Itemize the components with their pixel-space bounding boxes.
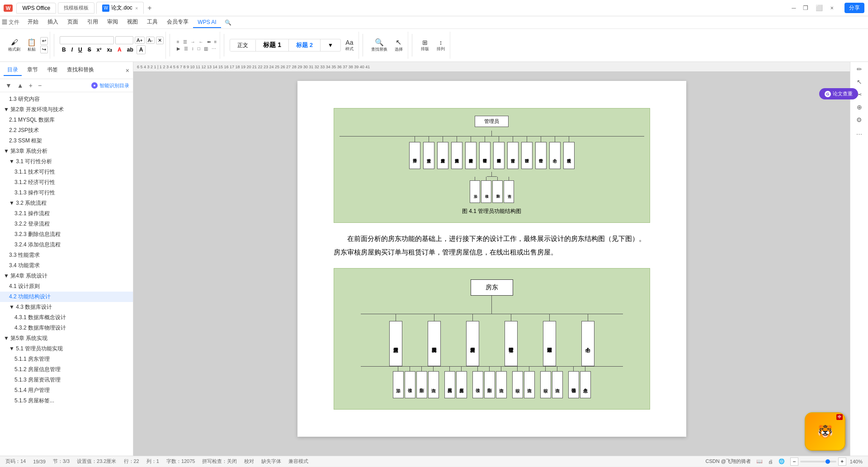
para-more-btn[interactable]: ⋯ bbox=[210, 46, 217, 52]
unordered-list-btn[interactable]: ≡ bbox=[175, 39, 181, 45]
toc-item-5_1_3[interactable]: 5.1.3 房屋资讯管理 bbox=[0, 375, 133, 385]
toc-item-5_1_1[interactable]: 5.1.1 房东管理 bbox=[0, 354, 133, 364]
document-area[interactable]: 6 5 4 3 2 1 | 1 2 3 4 5 6 7 8 9 10 11 12… bbox=[133, 62, 850, 456]
undo-btn[interactable]: ↩ bbox=[40, 37, 48, 45]
ribbon-tab-review[interactable]: 审阅 bbox=[103, 16, 123, 28]
zoom-in-btn[interactable]: + bbox=[838, 458, 846, 466]
toc-item-ch3[interactable]: ▼ 第3章 系统分析 bbox=[0, 146, 133, 156]
align-right-btn[interactable]: ▶ bbox=[175, 46, 182, 52]
font-size-up-btn[interactable]: A+ bbox=[135, 37, 145, 44]
toc-item-ch4[interactable]: ▼ 第4章 系统设计 bbox=[0, 271, 133, 281]
toc-item-3_2_1[interactable]: 3.2.1 操作流程 bbox=[0, 208, 133, 219]
ribbon-tab-vip[interactable]: 会员专享 bbox=[162, 16, 193, 28]
clear-format-btn[interactable]: ✕ bbox=[156, 37, 164, 44]
toc-item-3_4[interactable]: 3.4 功能需求 bbox=[0, 260, 133, 271]
paste-btn[interactable]: 📋 粘贴 bbox=[24, 37, 39, 53]
toc-item-5_1_2[interactable]: 5.1.2 房屋信息管理 bbox=[0, 364, 133, 375]
minimize-btn[interactable]: ─ bbox=[792, 5, 796, 11]
template-tab[interactable]: 找模板模板 bbox=[58, 2, 94, 14]
toc-item-5_1_4[interactable]: 5.1.4 用户管理 bbox=[0, 385, 133, 396]
styles-panel-btn[interactable]: Aa 样式 bbox=[342, 38, 357, 53]
sidebar-close-btn[interactable]: × bbox=[126, 67, 129, 74]
sidebar-tab-findreplace[interactable]: 查找和替换 bbox=[63, 65, 98, 76]
line-height-btn[interactable]: ↕ bbox=[190, 46, 195, 52]
shading-btn[interactable]: ▥ bbox=[203, 46, 209, 52]
superscript-btn[interactable]: x² bbox=[94, 45, 104, 54]
sidebar-tab-toc[interactable]: 目录 bbox=[4, 65, 22, 76]
ribbon-tab-start[interactable]: 开始 bbox=[23, 16, 43, 28]
style-normal-btn[interactable]: 正文 bbox=[230, 40, 256, 51]
style-more-btn[interactable]: ▼ bbox=[321, 40, 340, 50]
toc-item-5_1[interactable]: ▼ 5.1 管理员功能实现 bbox=[0, 344, 133, 354]
toc-item-3_2[interactable]: ▼ 3.2 系统流程 bbox=[0, 198, 133, 208]
toc-collapse-all-btn[interactable]: ▼ bbox=[4, 81, 14, 90]
toc-item-4_3_1[interactable]: 4.3.1 数据库概念设计 bbox=[0, 312, 133, 323]
doc-tab[interactable]: W 论文.doc × bbox=[96, 2, 144, 14]
zoom-slider[interactable] bbox=[800, 461, 836, 462]
ribbon-tab-insert[interactable]: 插入 bbox=[43, 16, 63, 28]
ai-recognize-btn[interactable]: ● 智能识别目录 bbox=[91, 82, 129, 89]
toc-item-1_3[interactable]: 1.3 研究内容 bbox=[0, 94, 133, 104]
strikethrough-btn[interactable]: S bbox=[85, 45, 94, 54]
ribbon-tab-page[interactable]: 页面 bbox=[63, 16, 83, 28]
toc-item-ch5[interactable]: ▼ 第5章 系统实现 bbox=[0, 333, 133, 344]
menu-icon[interactable]: ☰ 文件 bbox=[2, 19, 19, 26]
search-ribbon-btn[interactable]: 🔍 bbox=[225, 19, 231, 26]
find-replace-btn[interactable]: 🔍 查找替换 bbox=[368, 37, 390, 53]
ribbon-tab-view[interactable]: 视图 bbox=[123, 16, 142, 28]
format-style-btn[interactable]: 🖌 格式刷 bbox=[5, 38, 23, 53]
right-btn-2[interactable]: ↖ bbox=[857, 78, 862, 85]
toc-item-2_1[interactable]: 2.1 MYSQL 数据库 bbox=[0, 115, 133, 125]
ordered-list-btn[interactable]: ☰ bbox=[182, 39, 189, 45]
indent-btn[interactable]: → bbox=[189, 39, 197, 45]
style-h1-btn[interactable]: 标题 1 bbox=[256, 39, 289, 51]
outdent-btn[interactable]: ← bbox=[198, 39, 205, 45]
font-size-down-btn[interactable]: A- bbox=[146, 37, 155, 44]
bold-btn[interactable]: B bbox=[60, 45, 68, 54]
select-btn[interactable]: ↖ 选择 bbox=[392, 37, 406, 53]
ribbon-tab-wpsai[interactable]: WPS AI bbox=[193, 17, 221, 28]
sort-btn[interactable]: ↕ 排列 bbox=[434, 38, 448, 53]
justify-btn[interactable]: ☰ bbox=[183, 46, 189, 52]
font-color-btn[interactable]: A bbox=[115, 45, 124, 54]
toc-add-btn[interactable]: + bbox=[27, 81, 34, 90]
right-btn-4[interactable]: ⊕ bbox=[857, 104, 862, 111]
add-tab-btn[interactable]: + bbox=[147, 4, 151, 12]
toc-item-4_3[interactable]: ▼ 4.3 数据库设计 bbox=[0, 302, 133, 312]
sidebar-tab-bookmark[interactable]: 书签 bbox=[43, 65, 61, 76]
zoom-out-btn[interactable]: − bbox=[790, 458, 798, 466]
toc-minus-btn[interactable]: − bbox=[36, 81, 43, 90]
align-center-btn[interactable]: ≡ bbox=[213, 39, 218, 45]
toc-item-4_2[interactable]: 4.2 功能结构设计 bbox=[0, 292, 133, 302]
toc-item-4_3_2[interactable]: 4.3.2 数据库物理设计 bbox=[0, 323, 133, 333]
maximize-btn[interactable]: ⬜ bbox=[816, 5, 823, 11]
toc-item-4_1[interactable]: 4.1 设计原则 bbox=[0, 281, 133, 292]
borders-btn[interactable]: □ bbox=[196, 46, 202, 52]
highlight-btn[interactable]: ab bbox=[125, 45, 136, 54]
redo-btn[interactable]: ↪ bbox=[40, 46, 48, 53]
font-border-btn[interactable]: A bbox=[137, 45, 146, 54]
right-btn-5[interactable]: ⚙ bbox=[856, 116, 862, 123]
right-btn-1[interactable]: ✏ bbox=[857, 66, 862, 73]
toc-item-2_3[interactable]: 2.3 SSM 框架 bbox=[0, 136, 133, 146]
toc-item-3_1[interactable]: ▼ 3.1 可行性分析 bbox=[0, 156, 133, 167]
underline-btn[interactable]: U bbox=[76, 45, 85, 54]
toc-item-3_1_3[interactable]: 3.1.3 操作可行性 bbox=[0, 188, 133, 198]
zoom-handle[interactable] bbox=[826, 459, 830, 464]
toc-item-3_2_4[interactable]: 3.2.4 添加信息流程 bbox=[0, 240, 133, 250]
close-btn[interactable]: × bbox=[830, 5, 834, 11]
toc-item-2_2[interactable]: 2.2 JSP技术 bbox=[0, 125, 133, 136]
right-btn-6[interactable]: … bbox=[856, 129, 863, 136]
toc-item-3_2_2[interactable]: 3.2.2 登录流程 bbox=[0, 219, 133, 229]
view-btn-web[interactable]: 🌐 bbox=[778, 458, 785, 464]
toc-item-5_1_5[interactable]: 5.1.5 房屋标签... bbox=[0, 396, 133, 406]
tab-close-btn[interactable]: × bbox=[135, 5, 138, 11]
view-btn-print[interactable]: 🖨 bbox=[768, 459, 773, 464]
font-size-input[interactable]: 四号 bbox=[115, 36, 133, 44]
table-btn[interactable]: ⊞ 排版 bbox=[418, 38, 432, 53]
wps-tab[interactable]: WPS Office bbox=[16, 3, 56, 14]
style-h2-btn[interactable]: 标题 2 bbox=[289, 39, 321, 51]
toc-item-ch2[interactable]: ▼ 第2章 开发环境与技术 bbox=[0, 104, 133, 115]
toc-item-3_1_1[interactable]: 3.1.1 技术可行性 bbox=[0, 167, 133, 177]
toc-up-btn[interactable]: ▲ bbox=[15, 81, 25, 90]
